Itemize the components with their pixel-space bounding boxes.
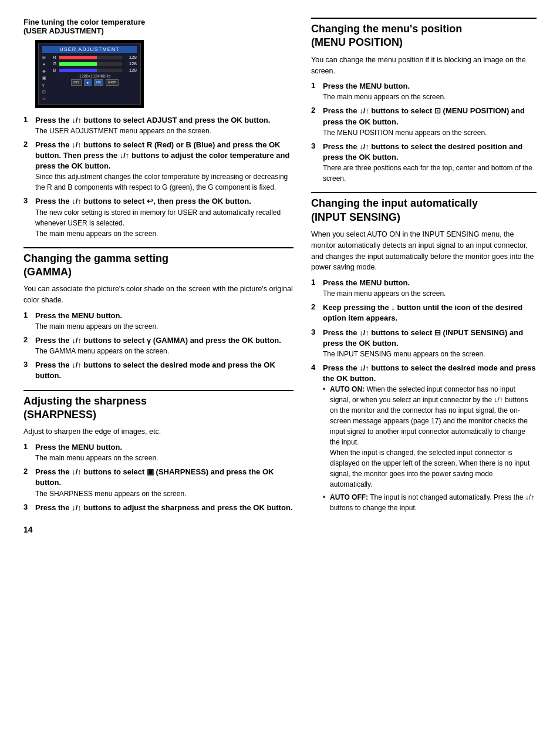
monitor-controls: R 128 G 128 [53, 55, 137, 102]
monitor-row-r: R 128 [53, 55, 137, 60]
menu-position-step-3: 3 Press the ↓/↑ buttons to select the de… [311, 141, 537, 184]
gamma-title: Changing the gamma setting (GAMMA) [23, 247, 294, 279]
sharpness-title: Adjusting the sharpness (SHARPNESS) [23, 390, 294, 422]
menu-position-section: Changing the menu's position (MENU POSIT… [311, 18, 537, 184]
menu-position-intro: You can change the menu position if it i… [311, 55, 537, 77]
monitor-row-b: B 128 [53, 68, 137, 73]
gamma-section: Changing the gamma setting (GAMMA) You c… [23, 247, 294, 382]
monitor-icon-4: ▣ [42, 75, 50, 81]
fine-tuning-header: Fine tuning the color temperature (USER … [23, 18, 294, 35]
input-sensing-section: Changing the input automatically (INPUT … [311, 192, 537, 515]
gamma-step-2: 2 Press the ↓/↑ buttons to select γ (GAM… [23, 335, 294, 356]
sharpness-intro: Adjust to sharpen the edge of images, et… [23, 426, 294, 437]
monitor-bottom-buttons: OO ➤ OK EXIT [53, 79, 137, 86]
fine-tuning-steps: 1 Press the ↓/↑ buttons to select ADJUST… [23, 115, 294, 239]
bullet-auto-on: AUTO ON: When the selected input connect… [323, 384, 537, 490]
gamma-intro: You can associate the picture's color sh… [23, 284, 294, 306]
menu-position-title: Changing the menu's position (MENU POSIT… [311, 18, 537, 50]
monitor-row-g: G 128 [53, 61, 137, 66]
input-sensing-step-1: 1 Press the MENU button. The main menu a… [311, 278, 537, 299]
fine-tuning-subtitle: (USER ADJUSTMENT) [23, 26, 294, 35]
monitor-b-value: 128 [124, 68, 137, 73]
monitor-icons: ⊞ ✦ ❋ ▣ γ ⊡ ↩ [42, 55, 50, 102]
input-sensing-step-2: 2 Keep pressing the ↓ button until the i… [311, 302, 537, 324]
fine-tuning-step-2: 2 Press the ↓/↑ buttons to select R (Red… [23, 140, 294, 193]
monitor-resolution: 1280x1024/60Hz [53, 74, 137, 78]
monitor-icon-3: ❋ [42, 69, 50, 75]
input-sensing-step-4: 4 Press the ↓/↑ buttons to select the de… [311, 363, 537, 515]
monitor-icon-1: ⊞ [42, 55, 50, 60]
monitor-icon-7: ↩ [42, 96, 50, 102]
monitor-icon-6: ⊡ [42, 89, 50, 95]
page-number: 14 [23, 525, 294, 534]
monitor-title-bar: USER ADJUSTMENT [42, 46, 137, 53]
sharpness-step-1: 1 Press the MENU button. The main menu a… [23, 442, 294, 463]
bullet-auto-off: AUTO OFF: The input is not changed autom… [323, 492, 537, 513]
input-sensing-bullets: AUTO ON: When the selected input connect… [323, 384, 537, 513]
gamma-step-3: 3 Press the ↓/↑ buttons to select the de… [23, 360, 294, 381]
monitor-r-value: 128 [124, 55, 137, 60]
sharpness-step-3: 3 Press the ↓/↑ buttons to adjust the sh… [23, 503, 294, 513]
fine-tuning-step-3: 3 Press the ↓/↑ buttons to select ↩, the… [23, 196, 294, 238]
left-column: Fine tuning the color temperature (USER … [23, 18, 294, 534]
monitor-g-value: 128 [124, 61, 137, 66]
input-sensing-title: Changing the input automatically (INPUT … [311, 192, 537, 224]
sharpness-step-2: 2 Press the ↓/↑ buttons to select ▣ (SHA… [23, 467, 294, 498]
input-sensing-step-3: 3 Press the ↓/↑ buttons to select ⊟ (INP… [311, 328, 537, 359]
monitor-icon-5: γ [42, 82, 50, 88]
fine-tuning-title: Fine tuning the color temperature [23, 18, 294, 26]
sharpness-section: Adjusting the sharpness (SHARPNESS) Adju… [23, 390, 294, 513]
right-column: Changing the menu's position (MENU POSIT… [311, 18, 537, 534]
input-sensing-intro: When you select AUTO ON in the INPUT SEN… [311, 229, 537, 273]
monitor-diagram: USER ADJUSTMENT ⊞ ✦ ❋ ▣ γ ⊡ ↩ R [35, 40, 144, 108]
monitor-icon-2: ✦ [42, 62, 50, 68]
gamma-step-1: 1 Press the MENU button. The main menu a… [23, 311, 294, 332]
menu-position-step-2: 2 Press the ↓/↑ buttons to select ⊡ (MEN… [311, 106, 537, 137]
fine-tuning-step-1: 1 Press the ↓/↑ buttons to select ADJUST… [23, 115, 294, 136]
menu-position-step-1: 1 Press the MENU button. The main menu a… [311, 81, 537, 102]
